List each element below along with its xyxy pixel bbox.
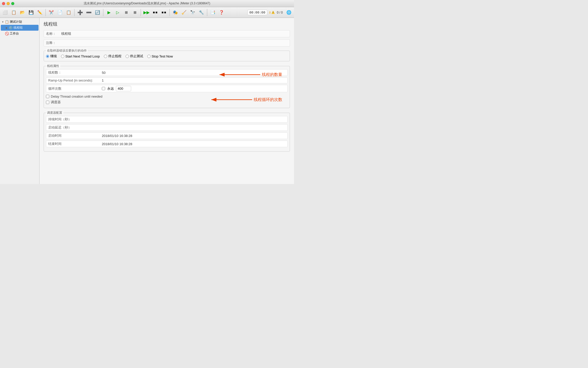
workbench-label: 工作台: [10, 31, 19, 36]
separator: [74, 9, 75, 16]
thread-count-row: 线程数：: [46, 69, 288, 76]
stop-test-radio[interactable]: [126, 55, 129, 58]
remote-hosts-icon[interactable]: 🌐: [285, 8, 293, 17]
continue-radio[interactable]: [46, 55, 49, 58]
counter-display: 0 / 0: [277, 11, 283, 14]
stop-thread-radio[interactable]: [104, 55, 107, 58]
thread-group-icon: ⚙️: [9, 26, 13, 30]
scheduler-checkbox[interactable]: [46, 101, 49, 104]
start-next-label: Start Next Thread Loop: [65, 54, 100, 58]
test-plan-label: 测试计划: [10, 20, 22, 24]
sidebar-item-test-plan[interactable]: ▼ 📋 测试计划: [0, 19, 39, 25]
remote-stop-icon[interactable]: ⏹⏹: [151, 8, 159, 17]
plan-icon: 📋: [5, 20, 9, 24]
ramp-up-row: Ramp-Up Period (in seconds):: [46, 77, 288, 83]
thread-count-input[interactable]: [102, 71, 285, 75]
remove-icon[interactable]: ➖: [85, 8, 93, 17]
comment-label: 注释：: [46, 41, 61, 45]
loop-count-row: 循环次数 永远: [46, 85, 288, 92]
new-icon[interactable]: ⬜: [1, 8, 9, 17]
window-controls[interactable]: [2, 2, 14, 5]
name-label: 名称：: [46, 31, 61, 36]
stop-test-option[interactable]: 停止测试: [126, 54, 143, 59]
copy-icon[interactable]: 📄: [56, 8, 64, 17]
start-time-value: 2018/01/10 16:38:28: [102, 134, 285, 138]
clear-all-icon[interactable]: 🔃: [93, 8, 102, 17]
save-icon[interactable]: 💾: [27, 8, 35, 17]
stop-icon[interactable]: ⏹: [122, 8, 130, 17]
start-no-pause-icon[interactable]: ▷: [114, 8, 122, 17]
thread-props-legend: 线程属性: [46, 64, 60, 68]
start-time-label: 启动时间: [48, 133, 102, 138]
maximize-button[interactable]: [11, 2, 14, 5]
warning-icon: ⚠️: [271, 11, 275, 14]
remote-start-icon[interactable]: ▶▶: [142, 8, 151, 17]
find-icon[interactable]: 🔭: [189, 8, 197, 17]
loop-count-label: 循环次数: [48, 86, 102, 91]
delay-creation-row: Delay Thread creation until needed: [46, 94, 288, 99]
end-time-row: 结束时间 2018/01/10 16:38:28: [46, 141, 288, 147]
workbench-icon: 🚫: [5, 32, 9, 36]
minimize-button[interactable]: [7, 2, 10, 5]
sidebar-item-thread-group[interactable]: ▶ ⚙️ 线程组: [1, 25, 39, 31]
add-icon[interactable]: ➕: [76, 8, 84, 17]
ramp-up-input[interactable]: [102, 78, 285, 82]
thread-props-wrapper: 线程属性 线程数： Ramp-Up Period (in seconds):: [44, 64, 290, 108]
loop-group: 永远: [102, 86, 131, 91]
continue-label: 继续: [50, 54, 57, 59]
stop-test-label: 停止测试: [130, 54, 143, 59]
separator: [207, 9, 207, 16]
separator: [103, 9, 103, 16]
start-next-radio[interactable]: [61, 55, 64, 58]
continue-option[interactable]: 继续: [46, 54, 57, 59]
delay-creation-checkbox[interactable]: [46, 95, 49, 98]
thread-props-section: 线程属性 线程数： Ramp-Up Period (in seconds):: [44, 64, 290, 108]
help-icon[interactable]: 🔧: [197, 8, 205, 17]
function-helper-icon[interactable]: 🎭: [171, 8, 179, 17]
stop-test-now-label: Stop Test Now: [152, 54, 173, 58]
startup-delay-input[interactable]: [102, 126, 285, 130]
duration-input[interactable]: [102, 118, 285, 121]
clear-icon[interactable]: 🧹: [180, 8, 188, 17]
sidebar: ▼ 📋 测试计划 ▶ ⚙️ 线程组 🚫 工作台: [0, 18, 40, 184]
cut-icon[interactable]: ✂️: [47, 8, 55, 17]
remote-shutdown-icon[interactable]: ⏹⏹: [160, 8, 168, 17]
thread-count-label: 线程数：: [48, 70, 102, 75]
name-input[interactable]: [61, 32, 288, 36]
error-action-group: 继续 Start Next Thread Loop 停止线程 停止测试: [46, 54, 288, 59]
stop-thread-option[interactable]: 停止线程: [104, 54, 121, 59]
expand-icon: ▼: [2, 21, 4, 23]
scheduler-row: 调度器: [46, 99, 288, 105]
separator: [169, 9, 170, 16]
warning-count: 0: [269, 11, 271, 14]
loop-count-input[interactable]: [116, 86, 131, 91]
stop-test-now-option[interactable]: Stop Test Now: [147, 54, 173, 58]
comment-input[interactable]: [61, 41, 288, 45]
stop-test-now-radio[interactable]: [147, 55, 151, 58]
start-next-option[interactable]: Start Next Thread Loop: [61, 54, 100, 58]
start-icon[interactable]: ▶: [105, 8, 113, 17]
open-templates-icon[interactable]: 📋: [10, 8, 18, 17]
sidebar-item-workbench[interactable]: 🚫 工作台: [0, 31, 39, 37]
close-button[interactable]: [2, 2, 5, 5]
collapse-all-icon[interactable]: ❓: [217, 8, 226, 17]
stop-thread-label: 停止线程: [108, 54, 121, 59]
paste-icon[interactable]: 📋: [65, 8, 73, 17]
name-field-row: 名称：: [44, 30, 290, 37]
expand-all-icon[interactable]: 📑: [209, 8, 217, 17]
duration-row: 持续时间（秒）: [46, 116, 288, 123]
content-wrapper: 线程组 名称： 注释： 在取样器错误后要执行的动作 继续: [44, 21, 290, 152]
scheduler-config-legend: 调度器配置: [46, 111, 63, 115]
startup-delay-label: 启动延迟（秒）: [48, 125, 102, 130]
open-icon[interactable]: 📂: [18, 8, 27, 17]
shutdown-icon[interactable]: ⏹: [131, 8, 139, 17]
revert-icon[interactable]: ✏️: [36, 8, 44, 17]
comment-field-row: 注释：: [44, 39, 290, 47]
panel-title: 线程组: [44, 21, 290, 27]
warning-badge: 0 ⚠️: [269, 11, 275, 14]
thread-group-label: 线程组: [14, 26, 23, 30]
loop-forever-checkbox[interactable]: [102, 87, 105, 90]
loop-forever-label: 永远: [107, 86, 114, 91]
scheduler-label: 调度器: [51, 100, 61, 105]
end-time-value: 2018/01/10 16:38:28: [102, 142, 285, 146]
